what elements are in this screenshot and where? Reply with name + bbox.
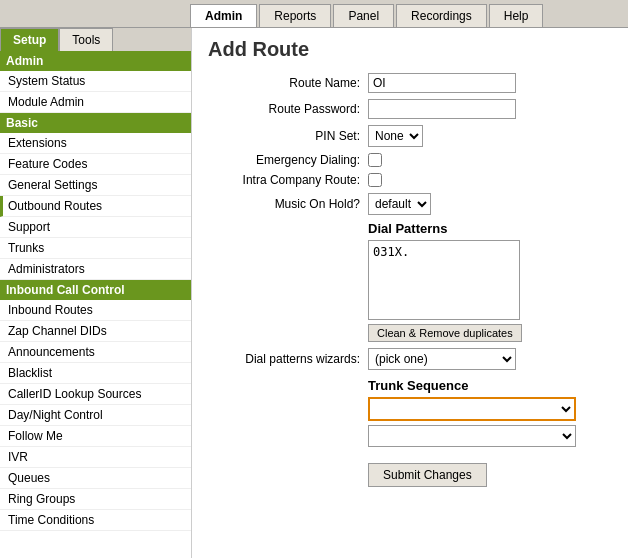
sidebar-item-ivr[interactable]: IVR — [0, 447, 191, 468]
trunk-select-1[interactable] — [368, 397, 576, 421]
tab-recordings[interactable]: Recordings — [396, 4, 487, 27]
emergency-dialing-checkbox[interactable] — [368, 153, 382, 167]
sidebar-item-day-night[interactable]: Day/Night Control — [0, 405, 191, 426]
dial-wizards-label: Dial patterns wizards: — [208, 352, 368, 366]
sidebar-tabs: Setup Tools — [0, 28, 191, 51]
sidebar-item-module-admin[interactable]: Module Admin — [0, 92, 191, 113]
pin-set-select[interactable]: None — [368, 125, 423, 147]
sidebar-item-time-conditions[interactable]: Time Conditions — [0, 510, 191, 531]
sidebar-tab-setup[interactable]: Setup — [0, 28, 59, 51]
pin-set-row: PIN Set: None — [208, 125, 612, 147]
route-password-label: Route Password: — [208, 102, 368, 116]
dial-wizards-select[interactable]: (pick one) — [368, 348, 516, 370]
tab-reports[interactable]: Reports — [259, 4, 331, 27]
layout: Setup Tools Admin System Status Module A… — [0, 28, 628, 558]
trunk-select-row-2 — [368, 425, 612, 447]
sidebar-item-zap-channel-dids[interactable]: Zap Channel DIDs — [0, 321, 191, 342]
music-on-hold-row: Music On Hold? default — [208, 193, 612, 215]
route-password-row: Route Password: — [208, 99, 612, 119]
sidebar-item-callerid-lookup[interactable]: CallerID Lookup Sources — [0, 384, 191, 405]
dial-wizards-row: Dial patterns wizards: (pick one) — [208, 348, 612, 370]
route-name-row: Route Name: — [208, 73, 612, 93]
route-name-label: Route Name: — [208, 76, 368, 90]
sidebar-section-basic: Basic — [0, 113, 191, 133]
clean-remove-button[interactable]: Clean & Remove duplicates — [368, 324, 522, 342]
emergency-dialing-row: Emergency Dialing: — [208, 153, 612, 167]
music-on-hold-select[interactable]: default — [368, 193, 431, 215]
intra-company-label: Intra Company Route: — [208, 173, 368, 187]
dial-patterns-label: Dial Patterns — [368, 221, 612, 236]
page-title: Add Route — [208, 38, 612, 61]
top-nav: Admin Reports Panel Recordings Help — [0, 0, 628, 28]
tab-admin[interactable]: Admin — [190, 4, 257, 27]
sidebar-item-inbound-routes[interactable]: Inbound Routes — [0, 300, 191, 321]
sidebar: Setup Tools Admin System Status Module A… — [0, 28, 192, 558]
sidebar-item-administrators[interactable]: Administrators — [0, 259, 191, 280]
sidebar-tab-tools[interactable]: Tools — [59, 28, 113, 51]
sidebar-item-extensions[interactable]: Extensions — [0, 133, 191, 154]
sidebar-item-follow-me[interactable]: Follow Me — [0, 426, 191, 447]
music-on-hold-label: Music On Hold? — [208, 197, 368, 211]
tab-panel[interactable]: Panel — [333, 4, 394, 27]
intra-company-checkbox[interactable] — [368, 173, 382, 187]
main-content: Add Route Route Name: Route Password: PI… — [192, 28, 628, 558]
sidebar-item-blacklist[interactable]: Blacklist — [0, 363, 191, 384]
sidebar-section-admin: Admin — [0, 51, 191, 71]
sidebar-item-queues[interactable]: Queues — [0, 468, 191, 489]
trunk-sequence-label: Trunk Sequence — [368, 378, 612, 393]
intra-company-row: Intra Company Route: — [208, 173, 612, 187]
submit-button[interactable]: Submit Changes — [368, 463, 487, 487]
sidebar-item-feature-codes[interactable]: Feature Codes — [0, 154, 191, 175]
sidebar-section-inbound: Inbound Call Control — [0, 280, 191, 300]
tab-help[interactable]: Help — [489, 4, 544, 27]
route-name-input[interactable] — [368, 73, 516, 93]
sidebar-item-general-settings[interactable]: General Settings — [0, 175, 191, 196]
pin-set-label: PIN Set: — [208, 129, 368, 143]
sidebar-item-support[interactable]: Support — [0, 217, 191, 238]
sidebar-item-announcements[interactable]: Announcements — [0, 342, 191, 363]
dial-patterns-textarea[interactable]: 031X. — [368, 240, 520, 320]
sidebar-item-trunks[interactable]: Trunks — [0, 238, 191, 259]
trunk-select-row-1 — [368, 397, 612, 421]
sidebar-item-outbound-routes[interactable]: Outbound Routes — [0, 196, 191, 217]
trunk-select-2[interactable] — [368, 425, 576, 447]
sidebar-item-ring-groups[interactable]: Ring Groups — [0, 489, 191, 510]
emergency-dialing-label: Emergency Dialing: — [208, 153, 368, 167]
sidebar-item-system-status[interactable]: System Status — [0, 71, 191, 92]
route-password-input[interactable] — [368, 99, 516, 119]
